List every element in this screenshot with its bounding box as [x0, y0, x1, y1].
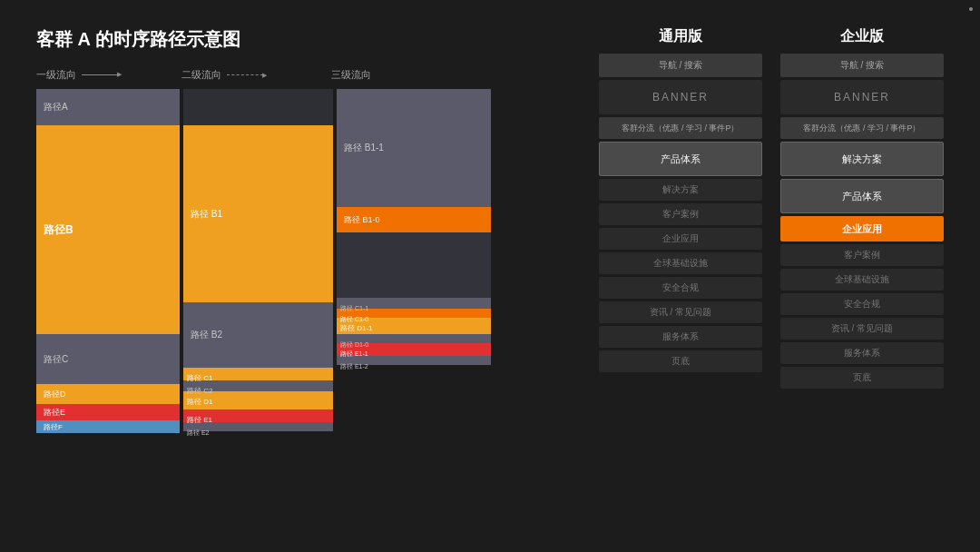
right-section: 通用版 导航 / 搜索 BANNER 客群分流（优惠 / 学习 / 事件P） 产…	[599, 27, 944, 525]
level-3-label: 三级流向	[331, 68, 467, 82]
general-banner: BANNER	[599, 80, 762, 114]
path-b2-label: 路径 B2	[191, 329, 222, 341]
general-version-title: 通用版	[599, 27, 762, 46]
path-e12-block: 路径 E1-2	[337, 356, 491, 365]
sankey-col-3: 路径 B1-1 路径 B1-0 路径 C1-1 路径 C1-0 路径 D1-1	[337, 89, 491, 525]
general-product-system: 产品体系	[599, 142, 762, 176]
general-security: 安全合规	[599, 277, 762, 299]
left-section: 客群 A 的时序路径示意图 一级流向 二级流向 三级流向 路径A	[36, 27, 563, 525]
general-customer-seg: 客群分流（优惠 / 学习 / 事件P）	[599, 117, 762, 139]
path-a-label: 路径A	[44, 101, 68, 113]
col3-spacer-b2	[337, 232, 491, 298]
path-a-block: 路径A	[36, 89, 180, 125]
enterprise-banner: BANNER	[780, 80, 944, 114]
path-b1-label: 路径 B1	[191, 208, 222, 221]
dot-indicator	[969, 7, 973, 11]
path-d11-label: 路径 D1-1	[337, 324, 373, 332]
path-c11-block: 路径 C1-1	[337, 298, 491, 309]
path-c2-block: 路径 C2	[183, 380, 333, 391]
dotted-1	[227, 74, 263, 75]
path-f-block: 路径F	[36, 420, 180, 433]
enterprise-solution: 解决方案	[780, 142, 944, 176]
enterprise-version-title: 企业版	[780, 27, 944, 46]
path-f-label: 路径F	[44, 422, 63, 432]
path-b2-block: 路径 B2	[183, 302, 333, 368]
general-solution: 解决方案	[599, 179, 762, 201]
general-enterprise-app: 企业应用	[599, 228, 762, 250]
enterprise-version-column: 企业版 导航 / 搜索 BANNER 客群分流（优惠 / 学习 / 事件P） 解…	[780, 27, 944, 525]
enterprise-global-infra: 全球基础设施	[780, 269, 944, 291]
path-e1-block: 路径 E1	[183, 409, 333, 422]
path-e2-block: 路径 E2	[183, 422, 333, 431]
arrow-1	[82, 74, 118, 75]
sankey-col-2: 路径 B1 路径 B2 路径 C1 路径 C2 路径 D1 路径 E1	[183, 89, 333, 525]
chart-title: 客群 A 的时序路径示意图	[36, 27, 563, 52]
path-c-block: 路径C	[36, 334, 180, 384]
sankey-col-1: 路径A 路径B 路径C 路径D 路径E	[36, 89, 180, 525]
path-b-label: 路径B	[44, 222, 74, 238]
general-service: 服务体系	[599, 326, 762, 348]
general-version-column: 通用版 导航 / 搜索 BANNER 客群分流（优惠 / 学习 / 事件P） 产…	[599, 27, 762, 525]
flow-levels: 一级流向 二级流向 三级流向	[36, 68, 563, 82]
path-e-label: 路径E	[44, 407, 65, 419]
path-e12-label: 路径 E1-2	[337, 363, 368, 370]
enterprise-news: 资讯 / 常见问题	[780, 318, 944, 340]
level-1-label: 一级流向	[36, 68, 181, 82]
path-d1-label: 路径 D1	[183, 398, 212, 406]
enterprise-customer-cases: 客户案例	[780, 244, 944, 266]
path-b11-label: 路径 B1-1	[344, 142, 384, 154]
main-container: 客群 A 的时序路径示意图 一级流向 二级流向 三级流向 路径A	[0, 0, 980, 552]
path-e11-block: 路径 E1-1	[337, 343, 491, 356]
general-footer: 页底	[599, 350, 762, 372]
path-c10-block: 路径 C1-0	[337, 309, 491, 318]
path-b10-block: 路径 B1-0	[337, 207, 491, 232]
general-nav-search: 导航 / 搜索	[599, 54, 762, 77]
enterprise-security: 安全合规	[780, 293, 944, 315]
general-news: 资讯 / 常见问题	[599, 301, 762, 323]
enterprise-product-system: 产品体系	[780, 179, 944, 213]
sankey-chart: 路径A 路径B 路径C 路径D 路径E	[36, 89, 563, 525]
level-2-label: 二级流向	[181, 68, 331, 82]
enterprise-nav-search: 导航 / 搜索	[780, 54, 944, 77]
enterprise-customer-seg: 客群分流（优惠 / 学习 / 事件P）	[780, 117, 944, 139]
path-d1-block: 路径 D1	[183, 391, 333, 409]
path-c-label: 路径C	[44, 353, 68, 366]
path-d-label: 路径D	[44, 389, 66, 400]
path-d10-block: 路径 D1-0	[337, 334, 491, 343]
path-b10-label: 路径 B1-0	[344, 214, 380, 226]
path-e2-label: 路径 E2	[183, 429, 210, 436]
enterprise-footer: 页底	[780, 367, 944, 389]
path-d11-block: 路径 D1-1	[337, 318, 491, 334]
general-customer-cases: 客户案例	[599, 203, 762, 225]
path-b1-block: 路径 B1	[183, 125, 333, 302]
path-e-block: 路径E	[36, 404, 180, 420]
col2-spacer-a	[183, 89, 333, 125]
enterprise-app: 企业应用	[780, 216, 944, 242]
path-b11-block: 路径 B1-1	[337, 89, 491, 207]
general-global-infra: 全球基础设施	[599, 252, 762, 274]
path-c1-block: 路径 C1	[183, 368, 333, 380]
path-d-block: 路径D	[36, 384, 180, 404]
enterprise-service: 服务体系	[780, 342, 944, 364]
path-b-block: 路径B	[36, 125, 180, 334]
